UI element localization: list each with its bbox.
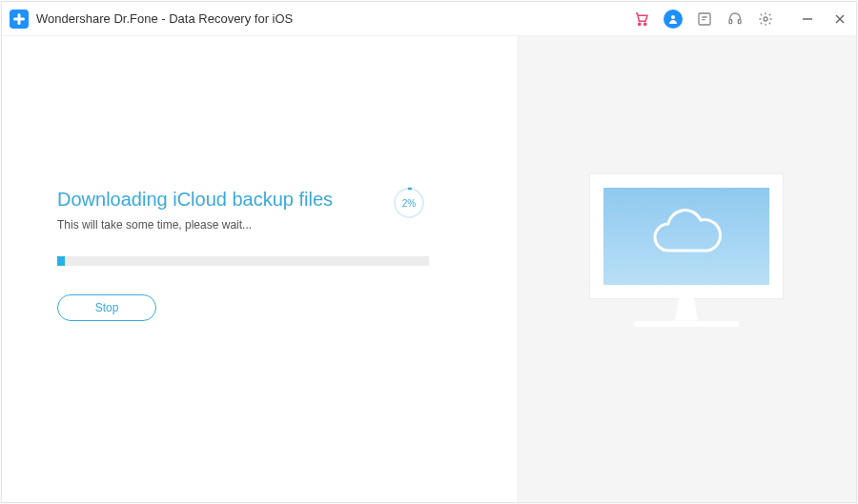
minimize-button[interactable]	[799, 10, 816, 28]
content-area: Downloading iCloud backup files This wil…	[2, 36, 856, 502]
progress-fill	[57, 256, 65, 266]
svg-rect-8	[738, 19, 741, 23]
app-logo-icon	[10, 10, 29, 29]
monitor-screen	[590, 174, 783, 298]
monitor-base	[634, 321, 739, 327]
feedback-icon[interactable]	[696, 10, 713, 28]
stop-button[interactable]: Stop	[57, 294, 156, 321]
cloud-icon	[644, 208, 729, 265]
svg-rect-2	[13, 17, 25, 20]
monitor-illustration	[577, 174, 796, 365]
right-panel	[517, 36, 856, 502]
svg-point-5	[671, 15, 675, 19]
user-avatar-icon[interactable]	[664, 10, 683, 29]
download-subtitle: This will take some time, please wait...	[57, 218, 479, 232]
titlebar: Wondershare Dr.Fone - Data Recovery for …	[2, 2, 856, 36]
gear-icon[interactable]	[757, 10, 774, 28]
app-window: Wondershare Dr.Fone - Data Recovery for …	[1, 1, 857, 503]
svg-point-9	[764, 17, 767, 21]
progress-percent-label: 2%	[393, 187, 425, 219]
app-title: Wondershare Dr.Fone - Data Recovery for …	[36, 11, 293, 26]
left-panel: Downloading iCloud backup files This wil…	[2, 36, 517, 502]
monitor-sky	[603, 188, 769, 285]
monitor-stand	[667, 298, 705, 321]
titlebar-actions	[633, 10, 848, 29]
svg-point-3	[639, 23, 641, 25]
progress-bar	[57, 256, 429, 266]
stop-button-label: Stop	[95, 301, 119, 314]
cart-icon[interactable]	[633, 10, 650, 28]
close-button[interactable]	[831, 10, 848, 28]
headset-icon[interactable]	[726, 10, 744, 28]
svg-rect-7	[729, 19, 732, 23]
progress-ring: 2%	[393, 187, 425, 219]
svg-point-4	[644, 23, 646, 25]
